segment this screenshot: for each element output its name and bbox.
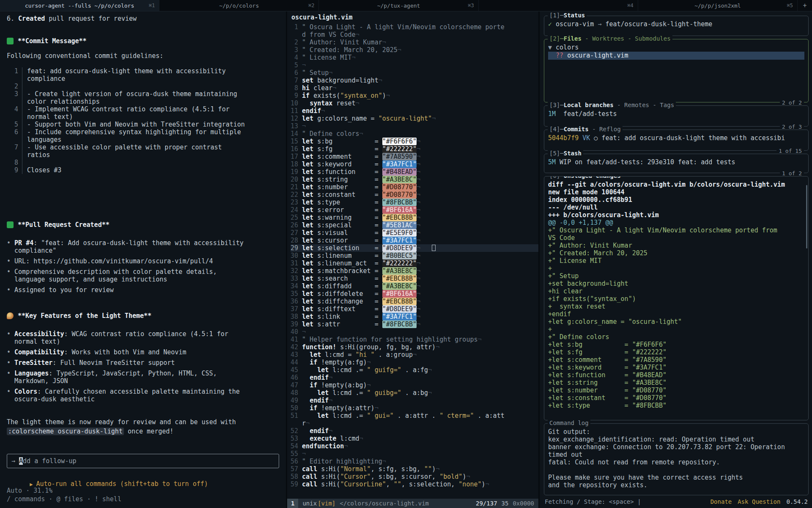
- buffer-line[interactable]: 49 endif¬: [291, 397, 538, 404]
- bullet-icon: •: [7, 257, 14, 265]
- buffer-line[interactable]: 30let s:linenum = "#B0BEC5"¬: [291, 252, 538, 260]
- buffer-line[interactable]: 18let s:keyword = "#3A7FC1"¬: [291, 160, 538, 168]
- buffer-line[interactable]: 8hi clear¬: [291, 84, 538, 92]
- buffer-line[interactable]: 46 endif¬: [291, 374, 538, 381]
- window-title: ~/p/p/json2xml: [694, 3, 741, 9]
- buffer-line[interactable]: 38let s:link = "#3A7FC1"¬: [291, 313, 538, 320]
- directory-row[interactable]: ▼ colors: [548, 44, 804, 52]
- buffer-line[interactable]: 39let s:attr = "#8FBCBB"¬: [291, 320, 538, 328]
- panel-tab[interactable]: Worktrees: [592, 35, 624, 42]
- buffer-line[interactable]: 1" Oscura Light - A light Vim/Neovim col…: [291, 23, 538, 31]
- panel-tab[interactable]: Commits: [564, 126, 589, 133]
- buffer-line[interactable]: 50 if !empty(a:attr)¬: [291, 404, 538, 412]
- buffer-line[interactable]: 31let s:linenum_act = "#222222"¬: [291, 260, 538, 267]
- panel-tab[interactable]: Tags: [660, 102, 674, 108]
- buffer-line[interactable]: 3" Created: March 20, 2025¬: [291, 46, 538, 54]
- window-title: cursor-agent --fulls ~/p/o/colors: [25, 3, 134, 9]
- buffer-line[interactable]: 59call s:Hi("CursorLine", "", s:selectio…: [291, 480, 538, 488]
- tmux-window-tab-5[interactable]: ~/p/p/json2xml⌘5: [638, 0, 798, 11]
- buffer-line[interactable]: 35let s:diffdelete = "#BF616A"¬: [291, 290, 538, 298]
- buffer-line[interactable]: 19let s:function = "#B48EAD"¬: [291, 168, 538, 176]
- panel-tab[interactable]: Stash: [564, 150, 582, 157]
- buffer-line[interactable]: 52 endif¬: [291, 427, 538, 435]
- buffer-line[interactable]: 58call s:Hi("Cursor", s:bg, s:cursor, "b…: [291, 473, 538, 480]
- buffer-line[interactable]: 54endfunction¬: [291, 442, 538, 450]
- panel-tab[interactable]: Submodules: [635, 35, 670, 42]
- unstaged-changes-panel[interactable]: [0]─Unstaged changesdiff --git a/colors/…: [544, 176, 809, 420]
- panel-tab[interactable]: Command log: [549, 420, 589, 426]
- buffer-line[interactable]: 17let s:comment = "#7A8590"¬: [291, 153, 538, 160]
- panel-tab[interactable]: Remotes: [624, 102, 649, 108]
- panel-tab[interactable]: Local branches: [564, 102, 614, 108]
- panel-tab[interactable]: Status: [564, 12, 585, 19]
- buffer-line[interactable]: 48 let l:cmd .= " guibg=" . a:bg¬: [291, 389, 538, 397]
- buffer-line[interactable]: 36let s:diffchange = "#EBCB8B"¬: [291, 298, 538, 305]
- buffer-line[interactable]: 5¬: [291, 61, 538, 69]
- buffer-line[interactable]: 9if exists("syntax_on")¬: [291, 92, 538, 99]
- buffer-line[interactable]: 56" Editor highlighting¬: [291, 458, 538, 465]
- buffer-line[interactable]: 23let s:type = "#8FBCBB"¬: [291, 199, 538, 206]
- stash-row[interactable]: 5M WIP on feat/add-tests: 293e310 feat: …: [548, 158, 804, 166]
- buffer-line[interactable]: 33let s:search = "#EBCB8B"¬: [291, 275, 538, 282]
- buffer-line[interactable]: 16let s:fg = "#222222"¬: [291, 145, 538, 153]
- buffer-line[interactable]: 51 let l:cmd .= " gui=" . a:attr . " cte…: [291, 412, 538, 420]
- buffer-line[interactable]: 57call s:Hi("Normal", s:fg, s:bg, "")¬: [291, 465, 538, 473]
- commit-row[interactable]: 5044b7f9 VK ○ feat: add oscura-dusk-ligh…: [548, 134, 804, 142]
- buffer-line[interactable]: 24let s:error = "#BF616A"¬: [291, 206, 538, 214]
- vim-buffer[interactable]: 1" Oscura Light - A light Vim/Neovim col…: [287, 23, 538, 499]
- buffer-line[interactable]: 29let s:selection = "#D8DEE9"¬: [291, 244, 538, 252]
- buffer-line[interactable]: 25let s:warning = "#EBCB8B"¬: [291, 214, 538, 221]
- status-panel[interactable]: [1]─Status✓ oscura-vim → feat/oscura-dus…: [544, 16, 809, 36]
- buffer-line[interactable]: 14" Define colors¬: [291, 130, 538, 138]
- tmux-window-tab-3[interactable]: ~/p/tux-agent⌘3: [319, 0, 478, 11]
- buffer-line[interactable]: 55¬: [291, 450, 538, 458]
- buffer-line[interactable]: 6" Setup¬: [291, 69, 538, 77]
- buffer-line[interactable]: 2" Author: Vinit Kumar¬: [291, 39, 538, 46]
- panel-tab[interactable]: Unstaged changes: [564, 176, 621, 179]
- buffer-line[interactable]: 15let s:bg = "#F6F6F6"¬: [291, 138, 538, 145]
- tmux-window-tab-2[interactable]: ~/p/o/colors⌘2: [159, 0, 319, 11]
- panel-tab[interactable]: Reflog: [599, 126, 621, 133]
- buffer-line[interactable]: 44 if !empty(a:fg)¬: [291, 359, 538, 366]
- buffer-line[interactable]: 26let s:special = "#5E81AC"¬: [291, 221, 538, 229]
- autorun-status[interactable]: ▶Auto-run all commands (shift+tab to tur…: [7, 472, 279, 480]
- buffer-line[interactable]: 11endif¬: [291, 107, 538, 115]
- branches-panel[interactable]: [3]─Local branches - Remotes - Tags1M fe…: [544, 105, 809, 127]
- buffer-line[interactable]: 53 execute l:cmd¬: [291, 435, 538, 442]
- file-row[interactable]: ?? oscura-light.vim: [548, 52, 804, 60]
- tmux-window-tab-4[interactable]: ⌘4: [479, 0, 638, 11]
- branch-row[interactable]: 1M feat/add-tests: [548, 110, 804, 118]
- buffer-line[interactable]: 22let s:constant = "#D08770"¬: [291, 191, 538, 199]
- tmux-window-tab-1[interactable]: cursor-agent --fulls ~/p/o/colors⌘1: [0, 0, 159, 11]
- buffer-line[interactable]: 10 syntax reset¬: [291, 99, 538, 107]
- buffer-line[interactable]: 43 let l:cmd = "hi " . a:group¬: [291, 351, 538, 359]
- buffer-line[interactable]: r¬: [291, 420, 538, 427]
- donate-link[interactable]: Donate: [710, 498, 732, 505]
- buffer-line[interactable]: 40¬: [291, 328, 538, 336]
- buffer-line[interactable]: 28let s:cursor = "#3A7FC1"¬: [291, 237, 538, 244]
- buffer-line[interactable]: 34let s:diffadd = "#A3BE8C"¬: [291, 282, 538, 290]
- buffer-line[interactable]: 12let g:colors_name = "oscura-light"¬: [291, 115, 538, 122]
- buffer-line[interactable]: 21let s:number = "#D08770"¬: [291, 183, 538, 191]
- ask-question-link[interactable]: Ask Question: [738, 498, 780, 505]
- buffer-line[interactable]: 32let s:matchbracket = "#A3BE8C"¬: [291, 267, 538, 275]
- repo-status-row[interactable]: ✓ oscura-vim → feat/oscura-dusk-light-th…: [548, 20, 804, 28]
- buffer-line[interactable]: 13¬: [291, 122, 538, 130]
- panel-tab[interactable]: Files: [564, 35, 582, 42]
- buffer-line[interactable]: 42function! s:Hi(group, fg, bg, attr)¬: [291, 343, 538, 351]
- scrollbar[interactable]: [806, 185, 807, 248]
- buffer-line[interactable]: 4" License MIT¬: [291, 54, 538, 61]
- buffer-line[interactable]: 27let s:visual = "#E5E9F0"¬: [291, 229, 538, 237]
- files-panel[interactable]: [2]─Files - Worktrees - Submodules▼ colo…: [544, 39, 809, 102]
- commits-panel[interactable]: [4]─Commits - Reflog5044b7f9 VK ○ feat: …: [544, 130, 809, 151]
- buffer-line[interactable]: 41" Helper function for setting highligh…: [291, 336, 538, 343]
- buffer-line[interactable]: 37let s:difftext = "#D8DEE9"¬: [291, 305, 538, 313]
- followup-input[interactable]: →Add a follow-up: [7, 454, 279, 468]
- buffer-line[interactable]: 47 if !empty(a:bg)¬: [291, 381, 538, 389]
- buffer-line[interactable]: 7set background=light¬: [291, 77, 538, 84]
- buffer-line[interactable]: d from VS Code¬: [291, 31, 538, 39]
- new-window-button[interactable]: +: [798, 0, 812, 11]
- stash-panel[interactable]: [5]─Stash5M WIP on feat/add-tests: 293e3…: [544, 154, 809, 173]
- buffer-line[interactable]: 45 let l:cmd .= " guifg=" . a:fg¬: [291, 366, 538, 374]
- buffer-line[interactable]: 20let s:string = "#A3BE8C"¬: [291, 176, 538, 183]
